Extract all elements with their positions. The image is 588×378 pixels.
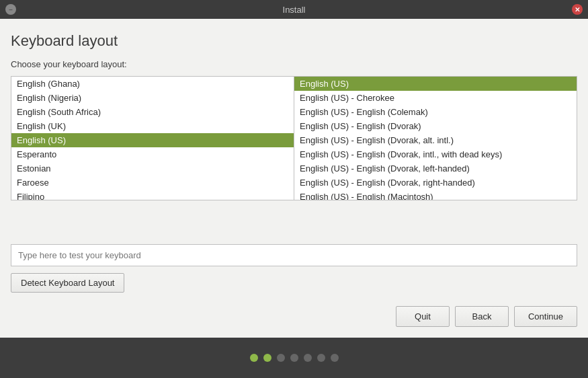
list-item[interactable]: English (US) - English (Colemak) — [294, 105, 577, 119]
back-button[interactable]: Back — [455, 306, 509, 327]
list-item[interactable]: English (US) - English (Dvorak) — [294, 119, 577, 133]
right-list[interactable]: English (US)English (US) - CherokeeEngli… — [294, 76, 577, 200]
list-item[interactable]: English (Nigeria) — [11, 91, 294, 105]
list-item[interactable]: English (US) - English (Dvorak, alt. int… — [294, 133, 577, 147]
quit-button[interactable]: Quit — [396, 306, 450, 327]
window-title: Install — [32, 5, 556, 15]
progress-dot-4 — [304, 354, 312, 362]
list-item[interactable]: Faroese — [11, 176, 294, 190]
action-buttons: Quit Back Continue — [11, 302, 577, 327]
titlebar: – Install ✕ — [0, 0, 588, 19]
progress-dot-1 — [263, 354, 271, 362]
continue-button[interactable]: Continue — [514, 306, 577, 327]
main-content: Keyboard layout Choose your keyboard lay… — [0, 19, 588, 338]
list-item[interactable]: English (US) - Cherokee — [294, 91, 577, 105]
list-item[interactable]: Esperanto — [11, 147, 294, 161]
progress-dot-2 — [277, 354, 285, 362]
list-item[interactable]: English (US) - English (Dvorak, right-ha… — [294, 176, 577, 190]
left-list[interactable]: English (Ghana)English (Nigeria)English … — [11, 76, 294, 200]
list-item[interactable]: English (UK) — [11, 119, 294, 133]
list-item[interactable]: English (Ghana) — [11, 77, 294, 91]
progress-dot-5 — [317, 354, 325, 362]
list-item[interactable]: English (South Africa) — [11, 105, 294, 119]
subtitle: Choose your keyboard layout: — [11, 59, 577, 69]
progress-dot-0 — [250, 354, 258, 362]
keyboard-test-input[interactable] — [11, 244, 577, 266]
page-title: Keyboard layout — [11, 32, 577, 50]
list-item[interactable]: English (US) - English (Dvorak, intl., w… — [294, 147, 577, 161]
close-button[interactable]: ✕ — [572, 4, 583, 15]
list-item[interactable]: English (US) - English (Macintosh) — [294, 190, 577, 200]
list-item[interactable]: English (US) — [11, 133, 294, 147]
progress-dot-6 — [331, 354, 339, 362]
list-item[interactable]: English (US) — [294, 77, 577, 91]
minimize-button[interactable]: – — [5, 4, 16, 15]
progress-dot-3 — [290, 354, 298, 362]
list-item[interactable]: Filipino — [11, 190, 294, 200]
list-item[interactable]: English (US) - English (Dvorak, left-han… — [294, 161, 577, 176]
list-item[interactable]: Estonian — [11, 161, 294, 176]
detect-keyboard-button[interactable]: Detect Keyboard Layout — [11, 273, 124, 293]
install-window: – Install ✕ Keyboard layout Choose your … — [0, 0, 588, 378]
lists-container: English (Ghana)English (Nigeria)English … — [11, 76, 577, 237]
progress-footer — [0, 338, 588, 378]
